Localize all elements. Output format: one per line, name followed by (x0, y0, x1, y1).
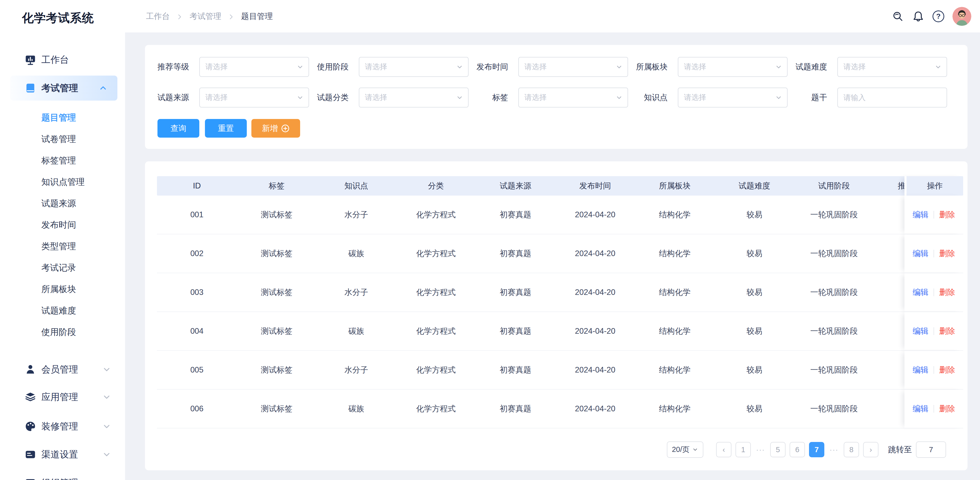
table-cell: 初赛真题 (476, 326, 555, 336)
sidebar-submenu-item[interactable]: 试题难度 (0, 300, 125, 321)
table-cell: 2024-04-20 (555, 327, 635, 336)
filter-select[interactable]: 请选择 (837, 57, 947, 77)
column-header: 所属板块 (635, 180, 714, 191)
table-cell: 结构化学 (635, 365, 714, 375)
sidebar-group-label: 组织管理 (41, 477, 78, 480)
delete-link[interactable]: 删除 (939, 403, 955, 414)
page-button[interactable]: 1 (735, 442, 751, 457)
sidebar-submenu-item[interactable]: 考试记录 (0, 257, 125, 278)
row-actions: 编辑 删除 (913, 287, 955, 298)
edit-link[interactable]: 编辑 (913, 365, 928, 375)
filter-select[interactable]: 请选择 (518, 88, 628, 107)
sidebar-group-decoration[interactable]: 装修管理 (0, 416, 125, 437)
add-button[interactable]: 新增 (251, 119, 300, 138)
sidebar-submenu-item[interactable]: 所属板块 (0, 278, 125, 300)
delete-link[interactable]: 删除 (939, 248, 955, 259)
sidebar-group-member[interactable]: 会员管理 (0, 359, 125, 380)
chevron-down-icon (456, 63, 463, 71)
page-button[interactable]: ‹ (716, 442, 732, 457)
page-button[interactable]: › (863, 442, 878, 457)
edit-link[interactable]: 编辑 (913, 326, 928, 336)
filter-select[interactable]: 请选择 (199, 57, 309, 77)
jump-to-input[interactable] (916, 442, 946, 458)
select-placeholder: 请选择 (525, 92, 547, 103)
delete-link[interactable]: 删除 (939, 209, 955, 220)
sidebar-group-organization[interactable]: 组织管理 (0, 472, 125, 480)
filter-select[interactable]: 请选择 (359, 57, 469, 77)
sidebar-group-application[interactable]: 应用管理 (0, 386, 125, 408)
page-button[interactable]: 5 (770, 442, 786, 457)
filter-label: 试题分类 (317, 92, 348, 103)
delete-link[interactable]: 删除 (939, 326, 955, 336)
chevron-down-icon (296, 94, 304, 101)
sidebar-group-label: 装修管理 (41, 420, 78, 433)
sidebar-submenu-item[interactable]: 标签管理 (0, 150, 125, 171)
search-icon[interactable] (892, 10, 904, 22)
filter-field: 试题来源 请选择 (158, 88, 317, 107)
breadcrumb-item[interactable]: 工作台 (146, 11, 170, 22)
sidebar-submenu-item[interactable]: 使用阶段 (0, 321, 125, 343)
avatar[interactable] (953, 7, 971, 26)
table-cell: 2024-04-20 (555, 249, 635, 258)
sidebar-submenu-item[interactable]: 试卷管理 (0, 128, 125, 150)
bell-icon[interactable] (912, 10, 924, 22)
filter-field-stem: 题干 (795, 88, 955, 107)
page-button[interactable]: 8 (844, 442, 859, 457)
sidebar-item-workbench[interactable]: 工作台 (0, 49, 125, 70)
column-header: 试题来源 (476, 180, 555, 191)
edit-link[interactable]: 编辑 (913, 287, 928, 298)
chevron-down-icon (775, 94, 783, 101)
table-cell: 初赛真题 (476, 209, 555, 220)
table-cell: 水分子 (317, 209, 396, 220)
filter-select[interactable]: 请选择 (359, 88, 469, 107)
edit-link[interactable]: 编辑 (913, 403, 928, 414)
sidebar-group-exam[interactable]: 考试管理 (10, 76, 118, 100)
sidebar-submenu-item[interactable]: 知识点管理 (0, 171, 125, 193)
breadcrumb-item[interactable]: 考试管理 (189, 11, 221, 22)
page-size-select[interactable]: 20/页 (667, 442, 703, 458)
filter-row-1: 推荐等级 请选择 使用阶段 请选择 (158, 57, 955, 77)
sidebar-submenu-item[interactable]: 发布时间 (0, 214, 125, 235)
sidebar-group-channel[interactable]: 渠道设置 (0, 444, 125, 465)
table-cell: 化学方程式 (396, 326, 476, 336)
page-button[interactable]: ··· (755, 442, 766, 457)
action-divider (934, 211, 934, 218)
table-cell: 003 (157, 288, 237, 297)
table-cell: 结构化学 (635, 287, 714, 298)
user-icon (24, 364, 36, 375)
sidebar-group-label: 应用管理 (41, 391, 78, 403)
sidebar-submenu-item[interactable]: 试题来源 (0, 193, 125, 214)
help-icon[interactable]: ? (932, 11, 944, 22)
filter-label: 推荐等级 (158, 62, 189, 72)
filter-label: 标签 (476, 92, 508, 103)
filter-select[interactable]: 请选择 (678, 57, 788, 77)
stem-input[interactable] (843, 93, 941, 102)
edit-link[interactable]: 编辑 (913, 248, 928, 259)
page-button[interactable]: ··· (829, 442, 840, 457)
table-cell: 2024-04-20 (555, 365, 635, 375)
reset-button[interactable]: 重置 (205, 119, 247, 138)
table-cell: 水分子 (317, 287, 396, 298)
topbar: 工作台 考试管理 题目管理 ? (125, 0, 980, 32)
dashboard-icon (24, 54, 36, 65)
table-row-ops: 编辑 删除 (904, 273, 963, 311)
edit-link[interactable]: 编辑 (913, 209, 928, 220)
plus-circle-icon (281, 124, 290, 133)
filter-select[interactable]: 请选择 (518, 57, 628, 77)
sidebar-submenu-item[interactable]: 题目管理 (0, 107, 125, 128)
page-button[interactable]: 7 (809, 442, 824, 457)
select-placeholder: 请选择 (365, 92, 387, 103)
filter-select[interactable]: 请选择 (199, 88, 309, 107)
filter-label: 试题来源 (158, 92, 189, 103)
query-button[interactable]: 查询 (158, 119, 199, 138)
main-content: 推荐等级 请选择 使用阶段 请选择 (125, 32, 980, 480)
sidebar-submenu-item[interactable]: 类型管理 (0, 235, 125, 257)
page-button[interactable]: 6 (790, 442, 805, 457)
filter-field: 使用阶段 请选择 (317, 57, 476, 77)
delete-link[interactable]: 删除 (939, 287, 955, 298)
row-actions: 编辑 删除 (913, 248, 955, 259)
column-header: 试题难度 (714, 180, 794, 191)
filter-select[interactable]: 请选择 (678, 88, 788, 107)
chevron-down-icon (934, 63, 942, 71)
delete-link[interactable]: 删除 (939, 365, 955, 375)
